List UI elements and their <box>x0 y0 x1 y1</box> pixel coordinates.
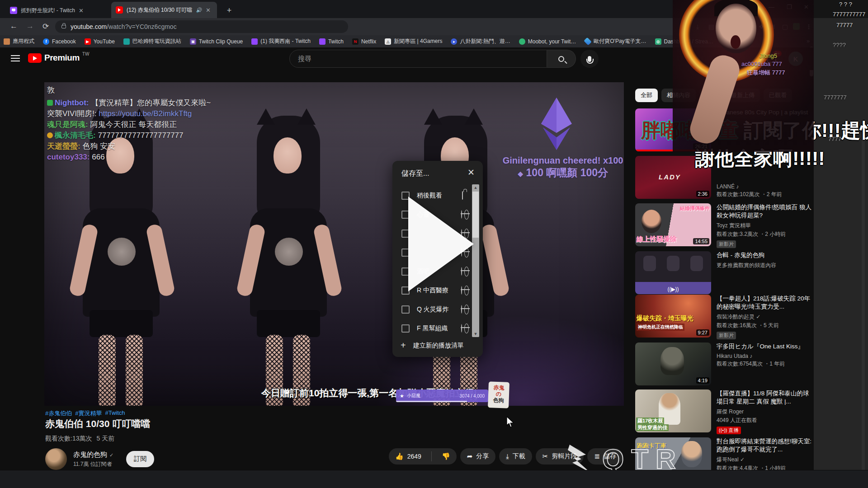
back-button[interactable]: ← <box>10 22 18 31</box>
video-title: 公開結婚的擇偶條件!怒噴娛百 狼人殺女神玩得超菜? <box>717 203 811 220</box>
search-icon <box>558 56 564 62</box>
playlist-row[interactable]: Q 火災爆炸 <box>401 300 468 319</box>
tab-title: (12) 赤鬼伯伯 10/30 叮叮噹 <box>127 6 192 14</box>
reload-button[interactable]: ⟳ <box>42 22 49 31</box>
channel-name: 羅傑 Roger <box>717 408 811 416</box>
chip-all[interactable]: 全部 <box>635 89 658 102</box>
video-title: 宇多田ヒカル『One Last Kiss』 <box>717 343 811 351</box>
voice-search-button[interactable] <box>580 50 599 68</box>
address-bar[interactable]: youtube.com/watch?v=YC0nz6cgmoc <box>55 20 348 33</box>
overlay-chat-text: 狂暴增幅 7777 <box>747 69 785 77</box>
thumb-text: 羅17收木屐 <box>636 418 664 424</box>
forward-button[interactable]: → <box>26 22 34 31</box>
twitch-icon <box>319 38 326 45</box>
tab-close-icon[interactable]: ✕ <box>79 7 84 14</box>
video-title: 赤鬼伯伯 10/30 叮叮噹噹 <box>45 418 150 430</box>
checkbox[interactable] <box>401 324 410 333</box>
scissors-icon: ✂ <box>542 452 548 460</box>
share-button[interactable]: ➦分享 <box>460 448 496 465</box>
tab-twitch[interactable]: 抓到野生龍武! - Twitch ✕ <box>5 3 110 18</box>
ssl-lock-icon[interactable] <box>61 25 66 28</box>
like-button[interactable]: 👍2649 <box>389 452 428 460</box>
logo-word: Premium <box>44 53 80 63</box>
background-scrollbar[interactable] <box>862 136 865 470</box>
clip-queue-icon: ▣ <box>190 38 196 45</box>
search-input[interactable]: 搜尋 <box>289 50 547 68</box>
tab-title: 抓到野生龍武! - Twitch <box>21 7 75 14</box>
like-count: 2649 <box>407 453 421 460</box>
mix-playlist-icon: ((▶)) <box>667 286 679 292</box>
globe-icon <box>461 305 462 314</box>
goal-label: 小惡魔 <box>407 393 420 399</box>
video-title: 【羅傑直播】11/8 阿傑和泰山的球場日常 星期二 真假 魔獸 |... <box>717 389 811 406</box>
tab-audio-icon[interactable]: 🔊 <box>196 7 202 13</box>
hashtag-link[interactable]: #赤鬼伯伯 <box>45 409 72 418</box>
thumbs-up-icon: 👍 <box>395 452 404 460</box>
like-dislike-pill: 👍2649 👎 <box>389 448 457 465</box>
thumb-text: LADY <box>659 173 681 181</box>
bookmark-moobot[interactable]: Moobot, your Twit… <box>519 38 576 45</box>
mix-thumbnail[interactable]: ((▶)) <box>635 251 711 294</box>
bookmark-twitch-2[interactable]: Twitch <box>319 38 344 45</box>
channel-seal-stamp: 赤鬼 の 色狗 <box>488 381 509 408</box>
live-badge: ((•)) 直播 <box>717 427 741 434</box>
purple-gem-graphic <box>540 98 573 150</box>
hashtag-link[interactable]: #實況精華 <box>75 409 102 418</box>
views-line: 4049 人正在觀看 <box>717 417 811 424</box>
download-button[interactable]: ⤓下載 <box>499 448 532 465</box>
overlay-chat-text: ???? <box>833 42 846 48</box>
video-thumbnail[interactable]: 羅17收木屐 男性穿過的佳 <box>635 389 711 432</box>
facecam-overlay <box>673 0 814 152</box>
dialog-close-icon[interactable]: ✕ <box>467 167 475 178</box>
bookmark-facebook[interactable]: fFacebook <box>43 38 76 45</box>
bookmark-gossip-news[interactable]: ▸八卦新聞:熱門、遊… <box>451 38 510 45</box>
views-line: 觀看次數:102萬次 ・2 年前 <box>717 191 811 198</box>
4gamers-icon: ◬ <box>385 38 391 45</box>
bookmark-twitch-1[interactable]: (1) 我蕎西南 - Twitch <box>251 38 311 45</box>
tab-close-icon[interactable]: ✕ <box>206 7 211 14</box>
video-thumbnail[interactable]: 爆破失踪・埼玉曝光 神明危机正在悄然降临 9:27 <box>635 295 711 338</box>
video-thumbnail[interactable]: 結婚擇偶條件 線上性騷擾徐 14:55 <box>635 203 711 246</box>
hashtag-link[interactable]: #Twitch <box>105 409 125 418</box>
thumbs-down-icon: 👎 <box>442 452 450 460</box>
bookmark-4gamers[interactable]: ◬新聞專區 | 4Gamers <box>385 38 442 45</box>
recommended-video[interactable]: 爆破失踪・埼玉曝光 神明危机正在悄然降临 9:27 【一拳超人】218話:爆破失… <box>635 295 811 338</box>
youtube-premium-logo[interactable]: Premium TW <box>28 52 89 63</box>
thumb-figure <box>643 256 656 271</box>
chat-line-partial: 敦 <box>47 85 318 96</box>
overlay-chat-text: 7777 <box>828 136 841 142</box>
thumb-text: 線上性騷擾徐 <box>636 235 677 244</box>
scroll-up-icon[interactable]: ▲ <box>472 185 479 190</box>
menu-hamburger-icon[interactable] <box>11 55 20 61</box>
create-playlist-button[interactable]: + 建立新的播放清單 <box>401 340 464 351</box>
bookmark-netflix[interactable]: NNetflix <box>352 38 376 45</box>
channel-name: Toyz 實況精華 <box>717 222 811 230</box>
screen: 抓到野生龍武! - Twitch ✕ (12) 赤鬼伯伯 10/30 叮叮噹 🔊… <box>0 0 868 488</box>
bookmark-opay[interactable]: 歐付寶O'Pay電子支… <box>585 38 646 45</box>
channel-name: LANNÉ ♪ <box>717 183 811 190</box>
scroll-down-icon[interactable]: ▼ <box>472 332 479 336</box>
recommended-video[interactable]: 結婚擇偶條件 線上性騷擾徐 14:55 公開結婚的擇偶條件!怒噴娛百 狼人殺女神… <box>635 203 811 246</box>
recommended-live[interactable]: 羅17收木屐 男性穿過的佳 【羅傑直播】11/8 阿傑和泰山的球場日常 星期二 … <box>635 389 811 432</box>
video-thumbnail[interactable]: 4:19 <box>635 343 711 385</box>
duration-badge: 14:55 <box>693 238 709 244</box>
bookmark-youtube[interactable]: ▶YouTube <box>85 38 115 45</box>
overlay-chat-text: ? ? ? <box>839 1 852 8</box>
dislike-button[interactable]: 👎 <box>435 452 457 460</box>
checkbox[interactable] <box>401 305 410 314</box>
youtube-play-icon <box>28 53 42 63</box>
play-button-overlay[interactable] <box>408 197 474 291</box>
playlist-row[interactable]: F 黑幫組織 <box>401 319 468 338</box>
new-tab-button[interactable]: + <box>222 3 236 18</box>
news-icon: ▸ <box>451 38 457 45</box>
bookmark-bahamut[interactable]: 巴哈姆特電玩資訊站 <box>123 38 181 45</box>
recommended-video[interactable]: 4:19 宇多田ヒカル『One Last Kiss』 Hikaru Utada … <box>635 343 811 385</box>
recommended-mix[interactable]: ((▶)) 合輯 - 赤鬼的色狗 更多推薦觀賞的頻道內容 <box>635 251 811 294</box>
mix-description: 更多推薦觀賞的頻道內容 <box>717 262 811 269</box>
tab-youtube-active[interactable]: (12) 赤鬼伯伯 10/30 叮叮噹 🔊 ✕ <box>111 2 217 18</box>
bookmark-clip-queue[interactable]: ▣Twitch Clip Queue <box>190 38 243 45</box>
bookmark-apps[interactable]: 應用程式 <box>4 38 34 45</box>
bahamut-icon <box>123 38 130 45</box>
chat-link[interactable]: https://youtu.be/B2imkkTftg <box>99 109 192 118</box>
search-button[interactable] <box>547 50 576 68</box>
